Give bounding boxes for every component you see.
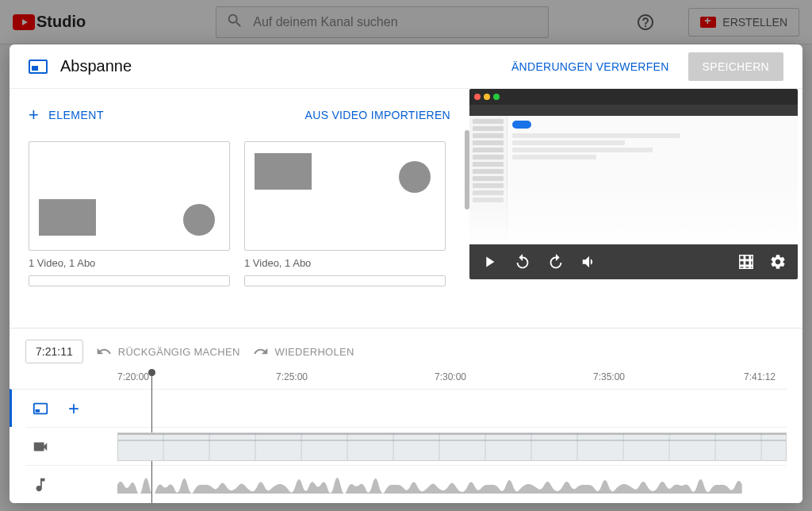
redo-button[interactable]: WIEDERHOLEN: [253, 344, 354, 359]
volume-icon[interactable]: [580, 253, 598, 271]
rewind-10-icon[interactable]: [514, 253, 531, 271]
template-label: 1 Video, 1 Abo: [244, 257, 446, 269]
audio-track-icon: [32, 476, 49, 494]
add-element-button[interactable]: + ELEMENT: [29, 105, 104, 125]
save-button[interactable]: SPEICHERN: [688, 52, 783, 81]
current-time-input[interactable]: 7:21:11: [25, 340, 83, 363]
import-from-video-button[interactable]: AUS VIDEO IMPORTIEREN: [305, 109, 450, 121]
add-endscreen-element-icon[interactable]: +: [68, 398, 79, 420]
discard-button[interactable]: ÄNDERUNGEN VERWERFEN: [502, 54, 679, 79]
redo-label: WIEDERHOLEN: [275, 346, 354, 358]
ruler-tick: 7:30:00: [435, 371, 466, 382]
gear-icon[interactable]: [769, 253, 787, 271]
element-label: ELEMENT: [48, 109, 104, 121]
video-controls: [469, 244, 798, 279]
template-card[interactable]: 1 Video, 1 Abo: [244, 141, 446, 328]
endscreen-icon: [29, 60, 48, 74]
modal-header: Abspanne ÄNDERUNGEN VERWERFEN SPEICHERN: [10, 44, 802, 89]
modal-title: Abspanne: [60, 57, 132, 75]
timeline: 7:21:11 RÜCKGÄNGIG MACHEN WIEDERHOLEN 7:…: [10, 328, 802, 503]
endscreen-editor-modal: Abspanne ÄNDERUNGEN VERWERFEN SPEICHERN …: [10, 44, 802, 503]
ruler-tick: 7:25:00: [276, 371, 308, 382]
ruler-tick: 7:41:12: [744, 371, 776, 382]
preview-pane: [469, 89, 802, 328]
audio-waveform: [117, 475, 787, 494]
endscreen-track[interactable]: +: [10, 389, 787, 427]
redo-icon: [253, 344, 269, 359]
svg-rect-1: [36, 409, 40, 412]
undo-label: RÜCKGÄNGIG MACHEN: [118, 346, 240, 358]
templates-pane: + ELEMENT AUS VIDEO IMPORTIEREN 1 Video,…: [10, 89, 469, 328]
grid-icon[interactable]: [737, 253, 755, 271]
video-track-icon: [32, 438, 49, 455]
template-card[interactable]: 1 Video, 1 Abo: [29, 141, 230, 328]
video-thumbnails: [117, 432, 787, 461]
play-icon[interactable]: [481, 253, 498, 271]
template-label: 1 Video, 1 Abo: [29, 257, 230, 269]
audio-track[interactable]: [25, 465, 787, 503]
ruler-tick: 7:20:00: [117, 371, 149, 382]
plus-icon: +: [29, 105, 39, 125]
ruler-tick: 7:35:00: [593, 371, 625, 382]
video-preview: [469, 89, 798, 279]
endscreen-track-icon: [32, 400, 49, 417]
undo-button[interactable]: RÜCKGÄNGIG MACHEN: [96, 344, 240, 359]
undo-icon: [96, 344, 112, 359]
video-track[interactable]: [25, 427, 787, 465]
timeline-ruler[interactable]: 7:20:00 7:25:00 7:30:00 7:35:00 7:41:12: [25, 371, 787, 389]
forward-10-icon[interactable]: [547, 253, 565, 271]
